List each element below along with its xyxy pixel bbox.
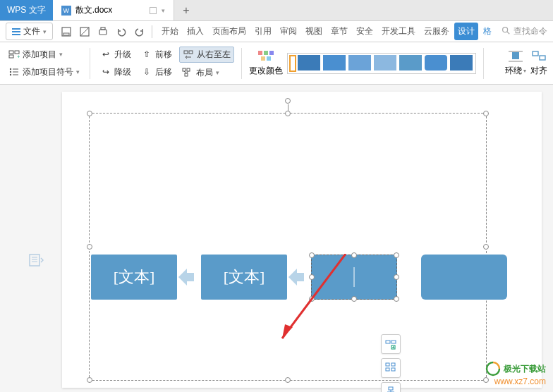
resize-handle[interactable]	[394, 252, 399, 258]
arrow-return-down-icon: ↪	[100, 66, 111, 78]
menu-tab-pagelayout[interactable]: 页面布局	[209, 23, 250, 40]
svg-rect-25	[258, 51, 262, 55]
resize-handle[interactable]	[285, 111, 291, 116]
style-swatch[interactable]	[374, 55, 396, 71]
upgrade-button[interactable]: ↩ 升级	[97, 47, 134, 62]
wrap-button[interactable]: 环绕▾	[505, 49, 526, 77]
svg-rect-30	[512, 52, 519, 59]
rtl-button[interactable]: 从右至左	[179, 47, 234, 63]
svg-rect-34	[540, 56, 545, 60]
move-forward-button[interactable]: ⇧ 前移	[138, 47, 175, 62]
document-canvas[interactable]: [文本] [文本]	[0, 85, 553, 392]
resize-handle[interactable]	[351, 296, 357, 302]
style-swatch[interactable]	[323, 55, 346, 71]
menu-tab-section[interactable]: 章节	[327, 23, 351, 40]
menu-tab-reference[interactable]: 引用	[251, 23, 275, 40]
svg-point-12	[10, 68, 11, 70]
svg-rect-50	[389, 387, 393, 390]
move-back-label: 后移	[155, 66, 172, 78]
resize-handle[interactable]	[394, 296, 399, 302]
new-tab-button[interactable]: +	[174, 0, 198, 20]
save-icon[interactable]	[60, 25, 73, 38]
resize-handle[interactable]	[351, 252, 357, 258]
svg-rect-33	[533, 51, 538, 56]
style-swatch[interactable]	[348, 55, 371, 71]
resize-handle[interactable]	[309, 274, 315, 280]
add-item-symbol-button[interactable]: 添加项目符号 ▾	[6, 65, 83, 80]
style-swatch[interactable]	[450, 55, 473, 71]
style-swatch[interactable]	[425, 55, 447, 71]
svg-rect-26	[264, 51, 268, 55]
svg-rect-47	[391, 363, 395, 366]
svg-rect-48	[386, 368, 389, 371]
resize-handle[interactable]	[309, 252, 315, 258]
menu-tab-format[interactable]: 格	[480, 23, 495, 40]
align-icon	[530, 49, 547, 63]
svg-rect-35	[30, 255, 40, 266]
layout-options-button[interactable]	[381, 358, 401, 378]
style-gallery[interactable]	[287, 53, 476, 74]
resize-handle[interactable]	[87, 244, 92, 250]
change-color-button[interactable]: 更改颜色	[249, 49, 283, 77]
resize-handle[interactable]	[309, 296, 315, 302]
menu-tab-design[interactable]: 设计	[454, 23, 478, 40]
menu-tab-devtools[interactable]: 开发工具	[378, 23, 419, 40]
smartart-box-1[interactable]: [文本]	[91, 255, 177, 300]
smartart-box-3-selected[interactable]	[311, 255, 397, 300]
svg-rect-10	[9, 55, 13, 58]
page: [文本] [文本]	[62, 92, 542, 388]
menu-tab-start[interactable]: 开始	[158, 23, 182, 40]
menu-tab-security[interactable]: 安全	[353, 23, 377, 40]
resize-handle[interactable]	[87, 377, 92, 383]
style-swatch-selected[interactable]	[289, 55, 296, 72]
tab-dropdown-icon[interactable]: ▾	[162, 7, 165, 14]
document-tab[interactable]: W 散文.docx ▾	[53, 0, 175, 20]
text-pane-toggle-icon[interactable]	[28, 252, 44, 268]
resize-handle[interactable]	[483, 244, 489, 250]
svg-rect-4	[99, 30, 107, 35]
rotate-handle[interactable]	[285, 98, 291, 104]
downgrade-button[interactable]: ↪ 降级	[97, 65, 134, 80]
separator	[152, 25, 152, 38]
command-search[interactable]: 查找命令	[501, 25, 547, 37]
separator	[483, 48, 484, 79]
print-icon[interactable]	[78, 25, 91, 38]
arrow-up-icon: ⇧	[141, 49, 152, 60]
file-menu-button[interactable]: 文件 ▾	[6, 23, 53, 40]
add-shape-button[interactable]	[381, 334, 401, 354]
resize-handle[interactable]	[285, 377, 291, 383]
resize-handle[interactable]	[87, 111, 92, 116]
move-forward-label: 前移	[155, 49, 172, 61]
svg-rect-41	[386, 341, 390, 343]
menu-tab-review[interactable]: 审阅	[276, 23, 300, 40]
smartart-group-selection[interactable]: [文本] [文本]	[89, 113, 487, 381]
resize-handle[interactable]	[483, 111, 489, 116]
watermark-text-1: 极光下载站	[504, 363, 546, 375]
redo-icon[interactable]	[133, 25, 146, 38]
style-swatch[interactable]	[399, 55, 422, 71]
menu-tab-cloud[interactable]: 云服务	[420, 23, 453, 40]
reload-icon[interactable]	[149, 6, 157, 15]
svg-rect-46	[386, 363, 389, 366]
svg-rect-0	[150, 7, 157, 13]
menubar: 文件 ▾ 开始 插入 页面布局 引用 审阅 视图 章节 安全 开发工具 云服务 …	[0, 21, 553, 42]
svg-rect-29	[267, 56, 271, 61]
hierarchy-options-button[interactable]	[381, 382, 401, 392]
svg-line-7	[507, 32, 510, 35]
layout-button[interactable]: 布局 ▾	[179, 66, 234, 80]
move-back-button[interactable]: ⇩ 后移	[138, 65, 175, 80]
style-swatch[interactable]	[298, 55, 320, 71]
menu-tab-insert[interactable]: 插入	[183, 23, 207, 40]
svg-rect-8	[9, 51, 13, 54]
svg-point-14	[10, 71, 11, 73]
smartart-box-2[interactable]: [文本]	[201, 255, 287, 300]
svg-rect-18	[184, 51, 188, 54]
arrow-down-icon: ⇩	[141, 66, 152, 78]
add-item-button[interactable]: + 添加项目 ▾	[6, 47, 83, 62]
align-button[interactable]: 对齐	[530, 49, 547, 77]
menu-tab-view[interactable]: 视图	[302, 23, 326, 40]
svg-rect-21	[187, 68, 190, 71]
undo-icon[interactable]	[115, 25, 128, 38]
preview-icon[interactable]	[97, 25, 109, 38]
smartart-box-4[interactable]	[421, 255, 507, 300]
